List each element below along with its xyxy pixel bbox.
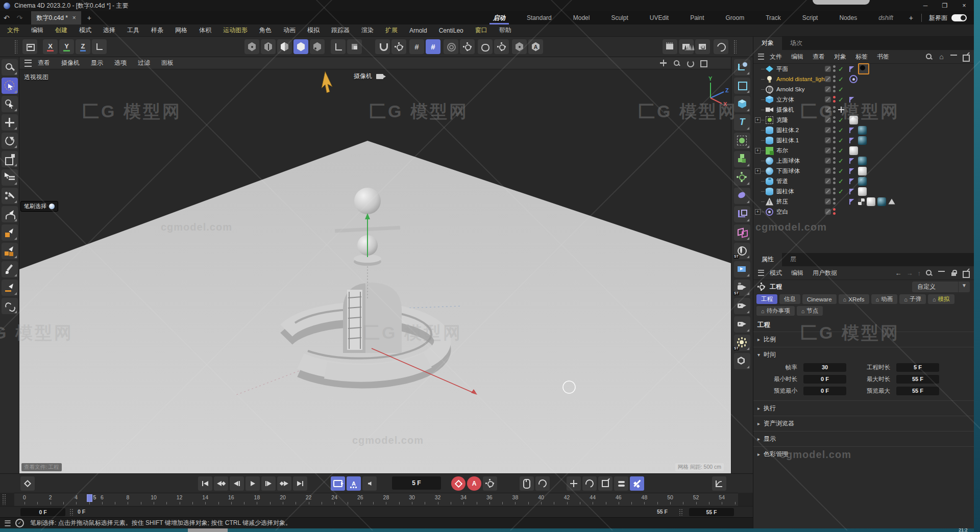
menu-item[interactable]: 编辑 — [31, 26, 43, 35]
key-filter-button[interactable] — [630, 476, 644, 491]
goto-end-button[interactable] — [293, 476, 307, 491]
forward-icon[interactable]: → — [906, 269, 913, 277]
next-frame-button[interactable] — [261, 476, 276, 491]
deformer-object[interactable] — [734, 188, 750, 204]
record-rotation-button[interactable] — [535, 476, 550, 491]
viewport-menu-item[interactable]: 摄像机 — [61, 59, 80, 67]
mat-white-tag[interactable] — [858, 167, 867, 175]
toolbar-grip[interactable] — [14, 40, 17, 54]
flag-tag[interactable] — [849, 66, 856, 72]
editor-toggle-icon[interactable] — [825, 198, 831, 205]
play-button[interactable] — [246, 476, 260, 491]
viewport-menu-icon[interactable] — [24, 60, 32, 67]
visibility-toggles[interactable]: ✓ — [825, 75, 844, 83]
visibility-toggles[interactable]: ✓ — [825, 178, 844, 185]
lock-icon[interactable] — [950, 269, 958, 277]
object-row[interactable]: Arnold distant_light✓ — [753, 74, 974, 84]
visibility-dots[interactable] — [833, 167, 836, 174]
editor-toggle-icon[interactable] — [825, 86, 831, 92]
menu-item[interactable]: 文件 — [7, 26, 19, 35]
flag-tag[interactable] — [849, 128, 856, 133]
visibility-toggles[interactable] — [825, 198, 836, 205]
panel-menu-item[interactable]: 文件 — [770, 53, 782, 61]
expand-icon[interactable]: + — [755, 168, 761, 174]
auto-mode[interactable]: A — [528, 39, 543, 54]
viewport-maximize-icon[interactable] — [699, 59, 707, 67]
field-value[interactable]: 0 F — [803, 375, 846, 384]
visibility-dots[interactable] — [833, 116, 836, 123]
live-selection-tool[interactable] — [2, 78, 18, 94]
cloner-object[interactable] — [734, 133, 750, 149]
visibility-toggles[interactable] — [825, 208, 836, 215]
line-cut-tool[interactable] — [2, 280, 18, 296]
viewport-zoom-icon[interactable] — [673, 59, 681, 67]
dotcircle-tag[interactable] — [849, 75, 857, 83]
points-mode[interactable] — [244, 39, 259, 54]
layout-tab-Model[interactable]: Model — [562, 11, 601, 24]
panel-menu-icon[interactable] — [758, 54, 764, 60]
visibility-toggles[interactable]: ✓ — [825, 137, 844, 144]
object-row[interactable]: +克隆✓ — [753, 115, 974, 125]
enabled-check-icon[interactable]: ✓ — [838, 126, 844, 134]
goto-start-button[interactable] — [198, 476, 212, 491]
minimize-button[interactable]: ─ — [916, 0, 935, 11]
tweak-tool[interactable] — [2, 96, 18, 112]
model-mode[interactable] — [293, 39, 308, 54]
editor-toggle-icon[interactable] — [825, 188, 831, 194]
field-value[interactable]: 55 F — [896, 375, 939, 384]
visibility-toggles[interactable]: ✓ — [825, 167, 844, 175]
layout-tab-Standard[interactable]: Standard — [516, 11, 562, 24]
enabled-check-icon[interactable]: ✓ — [838, 137, 844, 144]
menu-item[interactable]: 窗口 — [475, 26, 487, 35]
editor-toggle-icon[interactable] — [825, 96, 831, 103]
visibility-toggles[interactable]: ✓ — [825, 188, 844, 195]
layout-tab-Groom[interactable]: Groom — [715, 11, 755, 24]
snap-settings[interactable] — [391, 39, 406, 54]
object-row[interactable]: 立方体✓ — [753, 94, 974, 105]
attr-tab-节点[interactable]: ⌂节点 — [797, 306, 823, 316]
enabled-check-icon[interactable]: ✓ — [838, 75, 844, 83]
rectangle-spline-tool[interactable] — [2, 224, 18, 241]
search-icon[interactable] — [925, 269, 933, 277]
axis-mode[interactable] — [310, 39, 325, 54]
camera-hud[interactable]: 摄像机 — [354, 72, 383, 81]
group-色彩管理[interactable]: ▸色彩管理 — [753, 446, 974, 462]
rotate-tool[interactable] — [2, 133, 18, 149]
autokey-button[interactable]: A — [467, 476, 481, 491]
home-icon[interactable]: ⌂ — [938, 53, 945, 61]
menu-item[interactable]: 选择 — [103, 26, 115, 35]
object-row[interactable]: 圆柱体✓ — [753, 186, 974, 196]
edges-mode[interactable] — [261, 39, 276, 54]
visibility-dots[interactable] — [833, 157, 836, 164]
primitive-pen-tool[interactable] — [2, 243, 18, 259]
filter-icon[interactable] — [950, 53, 958, 61]
editor-toggle-icon[interactable] — [825, 66, 831, 72]
add-layout-button[interactable]: + — [904, 14, 918, 22]
snap-enable[interactable] — [375, 39, 390, 54]
layout-tab-Paint[interactable]: Paint — [679, 11, 715, 24]
sound-button[interactable] — [362, 476, 377, 491]
xpresso-tag[interactable] — [734, 224, 750, 241]
interactive-render-region[interactable] — [714, 39, 728, 54]
visibility-dots[interactable] — [833, 147, 836, 154]
panel-tab-属性[interactable]: 属性 — [753, 253, 782, 266]
attr-tab-子弹[interactable]: ⌂子弹 — [899, 294, 926, 304]
fcurve-editor-button[interactable] — [712, 476, 726, 491]
panel-menu-item[interactable]: 用户数据 — [813, 269, 837, 277]
editor-toggle-icon[interactable] — [825, 158, 831, 164]
object-row[interactable]: 摄像机 — [753, 105, 974, 115]
layout-store[interactable] — [22, 39, 37, 54]
close-button[interactable]: × — [954, 0, 974, 11]
cube-primitive[interactable] — [734, 96, 750, 112]
sketch-tool[interactable] — [2, 298, 18, 314]
visibility-toggles[interactable]: ✓ — [825, 116, 844, 124]
visibility-dots[interactable] — [833, 65, 836, 72]
layout-tab-dshift[interactable]: dshift — [868, 11, 904, 24]
new-document-button[interactable]: + — [81, 14, 97, 22]
editor-toggle-icon[interactable] — [825, 107, 831, 113]
lock-x-axis[interactable]: X — [43, 39, 58, 54]
field-value[interactable]: 30 — [803, 363, 846, 372]
menu-item[interactable]: 扩展 — [385, 26, 398, 35]
flag-tag[interactable] — [849, 158, 856, 164]
undo-icon[interactable]: ↶ — [0, 14, 13, 22]
